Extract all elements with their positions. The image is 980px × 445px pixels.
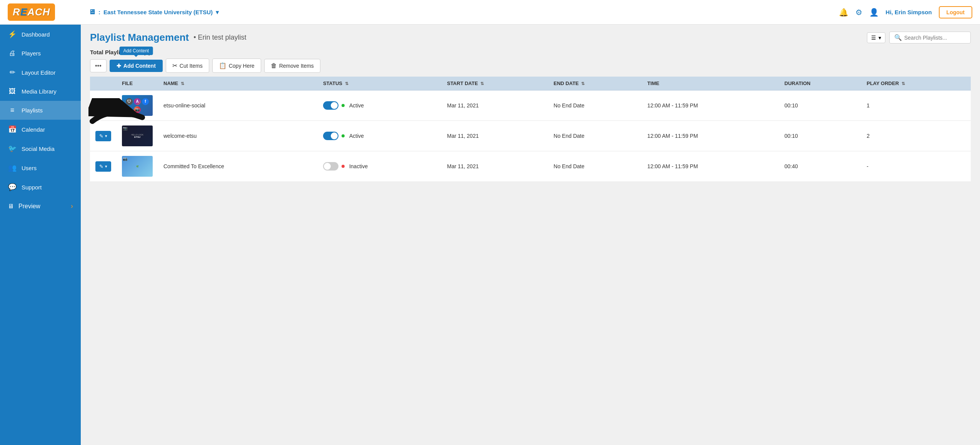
- toolbar-area: Total Playlist Items (3) ••• Add Content…: [81, 49, 980, 77]
- sidebar-item-players[interactable]: 🖨 Players: [0, 44, 81, 63]
- excellence-thumb-text: 🌿: [136, 165, 138, 167]
- gear-icon[interactable]: ⚙: [855, 8, 862, 17]
- col-start-date: START DATE ⇅: [442, 77, 548, 90]
- cut-label: Cut Items: [180, 63, 203, 69]
- more-options-button[interactable]: •••: [90, 59, 107, 72]
- status-cell: Inactive: [318, 151, 442, 182]
- sidebar-label-social-media: Social Media: [22, 146, 55, 152]
- bell-icon[interactable]: 🔔: [839, 8, 848, 17]
- name-cell: etsu-online-social: [158, 90, 318, 121]
- cut-items-button[interactable]: ✂ Cut Items: [166, 59, 209, 73]
- action-cell: ✎ ▾: [90, 90, 117, 121]
- edit-button[interactable]: ✎ ▾: [95, 161, 111, 172]
- table-row: ✎ ▾ 📷 🌿 Committed To Excellence Inactive…: [90, 151, 971, 182]
- hi-text: Hi, Erin Simpson: [886, 9, 932, 15]
- social-media-icon: 🐦: [8, 144, 17, 153]
- copy-icon: 📋: [219, 62, 227, 69]
- sidebar-label-preview: Preview: [18, 203, 40, 210]
- org-name[interactable]: East Tennessee State University (ETSU): [103, 9, 213, 15]
- table-body: ✎ ▾ 🛡 A f 📷 etsu-online-social Active Ma…: [90, 90, 971, 182]
- add-content-tooltip: Add Content: [119, 47, 153, 55]
- media-library-icon: 🖼: [8, 87, 17, 95]
- trash-icon: 🗑: [271, 62, 277, 69]
- end-date-cell: No End Date: [548, 90, 642, 121]
- total-label: Total Playlist Items (3): [90, 49, 971, 55]
- sidebar-item-media-library[interactable]: 🖼 Media Library: [0, 82, 81, 101]
- camera-icon: 📷: [123, 157, 127, 161]
- status-toggle[interactable]: [323, 101, 338, 110]
- search-input[interactable]: [904, 35, 966, 41]
- thumbnail-cell: 📷 HELLO LOOK ETSU: [117, 121, 158, 151]
- sidebar-label-users: Users: [22, 165, 37, 171]
- copy-here-button[interactable]: 📋 Copy Here: [212, 59, 261, 73]
- monitor-icon: 🖥: [88, 8, 95, 16]
- edit-button[interactable]: ✎ ▾: [95, 131, 111, 141]
- logo-area: REACH: [8, 3, 88, 21]
- facebook-icon: f: [142, 98, 149, 105]
- list-view-icon: ☰: [871, 35, 876, 41]
- status-toggle-wrap: Active: [323, 101, 436, 110]
- plus-icon: ✚: [117, 63, 121, 69]
- sidebar-item-support[interactable]: 💬 Support: [0, 177, 81, 197]
- sidebar-label-players: Players: [22, 50, 41, 57]
- time-cell: 12:00 AM - 11:59 PM: [642, 121, 779, 151]
- instagram-a-icon: A: [134, 98, 141, 105]
- sidebar-item-preview[interactable]: 🖥 Preview ›: [0, 197, 81, 216]
- name-cell: Committed To Excellence: [158, 151, 318, 182]
- sidebar-item-users[interactable]: 👥 Users: [0, 158, 81, 177]
- remove-items-button[interactable]: 🗑 Remove Items: [264, 59, 320, 73]
- view-toggle-button[interactable]: ☰ ▾: [867, 32, 885, 43]
- sidebar-label-support: Support: [22, 184, 42, 191]
- thumbnail-cell: 📷 🌿: [117, 151, 158, 182]
- status-label: Inactive: [349, 163, 368, 169]
- preview-arrow-icon: ›: [71, 202, 73, 210]
- thumbnail-image: 📷 HELLO LOOK ETSU: [122, 125, 153, 146]
- sidebar: ⚡ Dashboard 🖨 Players ✏ Layout Editor 🖼 …: [0, 25, 81, 445]
- sidebar-item-dashboard[interactable]: ⚡ Dashboard: [0, 25, 81, 44]
- start-date-cell: Mar 11, 2021: [442, 121, 548, 151]
- support-icon: 💬: [8, 183, 17, 191]
- search-icon: 🔍: [894, 34, 902, 41]
- preview-icon: 🖥: [8, 203, 14, 210]
- status-toggle[interactable]: [323, 132, 338, 140]
- chevron-down-icon: ▾: [216, 9, 219, 16]
- sidebar-item-social-media[interactable]: 🐦 Social Media: [0, 139, 81, 158]
- playlist-table: FILE NAME ⇅ STATUS ⇅ START DATE ⇅ END DA…: [90, 77, 971, 181]
- col-name: NAME ⇅: [158, 77, 318, 90]
- toggle-knob: [324, 163, 331, 170]
- add-content-button[interactable]: ✚ Add Content: [110, 60, 163, 72]
- action-cell: ✎ ▾: [90, 151, 117, 182]
- col-action: [90, 77, 117, 90]
- users-icon: 👥: [8, 164, 17, 172]
- thumbnail-cell: 🛡 A f 📷: [117, 90, 158, 121]
- action-cell: ✎ ▾: [90, 121, 117, 151]
- table-container: FILE NAME ⇅ STATUS ⇅ START DATE ⇅ END DA…: [81, 77, 980, 445]
- page-subtitle: • Erin test playlist: [193, 33, 246, 42]
- play-order-cell: 1: [861, 90, 971, 121]
- edit-button[interactable]: ✎ ▾: [95, 100, 111, 111]
- main-content: Playlist Management • Erin test playlist…: [81, 25, 980, 445]
- sidebar-item-playlists[interactable]: ≡ Playlists: [0, 101, 81, 120]
- logout-button[interactable]: Logout: [939, 6, 972, 18]
- logo: REACH: [8, 3, 55, 21]
- status-cell: Active: [318, 121, 442, 151]
- col-status: STATUS ⇅: [318, 77, 442, 90]
- table-header: FILE NAME ⇅ STATUS ⇅ START DATE ⇅ END DA…: [90, 77, 971, 90]
- add-content-wrapper: Add Content ✚ Add Content: [110, 60, 163, 72]
- players-icon: 🖨: [8, 49, 17, 57]
- sidebar-label-dashboard: Dashboard: [22, 31, 50, 38]
- status-toggle[interactable]: [323, 162, 338, 171]
- thumbnail-image: 🛡 A f 📷: [122, 95, 153, 116]
- user-icon[interactable]: 👤: [869, 8, 879, 17]
- start-date-cell: Mar 11, 2021: [442, 151, 548, 182]
- status-cell: Active: [318, 90, 442, 121]
- layout-editor-icon: ✏: [8, 68, 17, 77]
- col-duration: DURATION: [779, 77, 862, 90]
- end-date-cell: No End Date: [548, 121, 642, 151]
- org-selector[interactable]: 🖥 : East Tennessee State University (ETS…: [88, 8, 219, 16]
- end-date-cell: No End Date: [548, 151, 642, 182]
- add-content-label: Add Content: [123, 63, 156, 69]
- sidebar-item-layout-editor[interactable]: ✏ Layout Editor: [0, 63, 81, 82]
- instagram-icon: 📷: [134, 106, 141, 113]
- sidebar-item-calendar[interactable]: 📅 Calendar: [0, 120, 81, 139]
